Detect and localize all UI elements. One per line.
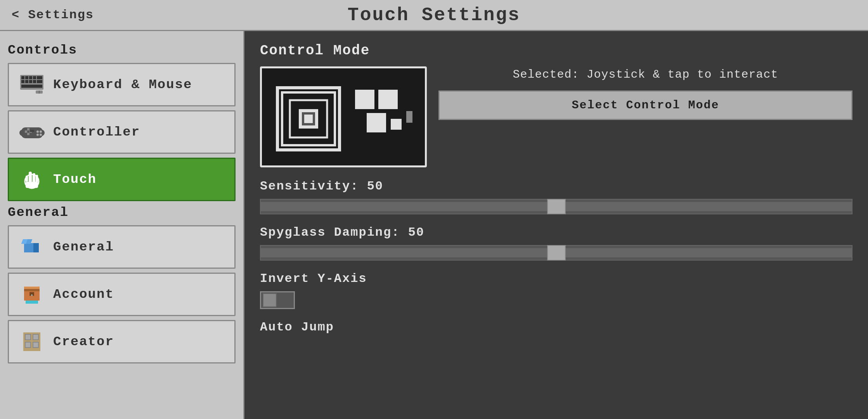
sensitivity-track <box>261 202 852 211</box>
creator-icon <box>18 328 45 355</box>
spyglass-track <box>261 248 852 257</box>
sensitivity-slider[interactable] <box>260 199 852 214</box>
general-section-title: General <box>8 205 236 220</box>
general-label: General <box>53 240 114 254</box>
svg-rect-60 <box>378 90 398 109</box>
spyglass-label: Spyglass Damping: 50 <box>260 225 852 240</box>
svg-rect-3 <box>29 76 32 79</box>
spyglass-thumb[interactable] <box>547 245 566 261</box>
svg-rect-4 <box>33 76 36 79</box>
sidebar-item-creator[interactable]: Creator <box>8 320 236 363</box>
sensitivity-thumb[interactable] <box>547 199 566 214</box>
svg-rect-5 <box>37 76 42 79</box>
control-mode-area: Selected: Joystick & tap to interact Sel… <box>260 66 852 167</box>
sidebar-item-account[interactable]: Account <box>8 273 236 316</box>
control-mode-title: Control Mode <box>260 43 852 59</box>
invert-y-toggle[interactable] <box>260 291 852 309</box>
svg-rect-59 <box>355 90 374 109</box>
svg-rect-58 <box>304 115 313 123</box>
control-mode-preview <box>260 66 427 167</box>
page-title: Touch Settings <box>348 5 520 26</box>
svg-rect-18 <box>27 128 29 130</box>
touch-icon <box>18 166 45 193</box>
svg-rect-42 <box>26 301 38 304</box>
keyboard-label: Keyboard & Mouse <box>53 77 192 92</box>
svg-rect-25 <box>30 130 34 132</box>
svg-rect-23 <box>36 134 39 136</box>
svg-rect-2 <box>25 76 28 79</box>
svg-rect-13 <box>39 90 40 94</box>
auto-jump-setting: Auto Jump <box>260 320 852 334</box>
main-content: Controls <box>0 31 868 419</box>
svg-rect-38 <box>24 289 40 291</box>
svg-rect-21 <box>36 130 39 133</box>
touch-label: Touch <box>53 172 97 187</box>
svg-rect-28 <box>33 173 35 183</box>
select-control-mode-button[interactable]: Select Control Mode <box>438 90 852 120</box>
svg-rect-27 <box>29 172 32 183</box>
controller-icon <box>18 118 45 146</box>
sensitivity-setting: Sensitivity: 50 <box>260 179 852 214</box>
spyglass-slider[interactable] <box>260 245 852 261</box>
invert-y-setting: Invert Y-Axis <box>260 271 852 309</box>
right-panel: Control Mode <box>244 31 868 419</box>
invert-y-label: Invert Y-Axis <box>260 271 852 286</box>
svg-rect-24 <box>40 134 42 136</box>
sidebar-item-controller[interactable]: Controller <box>8 110 236 154</box>
svg-rect-10 <box>37 80 42 83</box>
svg-rect-29 <box>36 175 38 183</box>
svg-rect-61 <box>367 113 386 132</box>
controller-label: Controller <box>53 125 140 139</box>
svg-rect-7 <box>25 80 28 83</box>
toggle-track[interactable] <box>260 291 295 309</box>
toggle-knob <box>263 293 277 307</box>
svg-rect-22 <box>40 130 42 133</box>
svg-rect-41 <box>31 294 33 296</box>
svg-rect-31 <box>26 182 38 188</box>
svg-rect-63 <box>406 111 412 123</box>
svg-rect-51 <box>33 343 38 347</box>
creator-label: Creator <box>53 334 114 349</box>
svg-rect-11 <box>21 85 42 88</box>
sidebar-item-general[interactable]: General <box>8 225 236 269</box>
svg-rect-19 <box>27 133 29 135</box>
svg-rect-30 <box>26 176 28 182</box>
svg-rect-48 <box>26 335 30 339</box>
sidebar: Controls <box>0 31 244 419</box>
account-icon <box>18 281 45 308</box>
sidebar-item-keyboard[interactable]: Keyboard & Mouse <box>8 63 236 106</box>
sidebar-item-touch[interactable]: Touch <box>8 158 236 201</box>
auto-jump-label: Auto Jump <box>260 320 852 334</box>
svg-rect-9 <box>33 80 36 83</box>
control-mode-info: Selected: Joystick & tap to interact Sel… <box>438 66 852 120</box>
svg-rect-6 <box>21 80 24 83</box>
svg-rect-34 <box>33 243 39 252</box>
back-button[interactable]: < Settings <box>12 8 94 22</box>
svg-rect-1 <box>21 76 24 79</box>
svg-rect-17 <box>25 130 27 133</box>
svg-rect-32 <box>24 243 33 252</box>
spyglass-setting: Spyglass Damping: 50 <box>260 225 852 261</box>
keyboard-icon <box>18 71 45 98</box>
general-icon <box>18 233 45 261</box>
selected-mode-label: Selected: Joystick & tap to interact <box>438 66 852 83</box>
svg-rect-8 <box>29 80 32 83</box>
svg-rect-49 <box>33 335 38 339</box>
header: < Settings Touch Settings <box>0 0 868 31</box>
sensitivity-label: Sensitivity: 50 <box>260 179 852 193</box>
svg-rect-50 <box>26 343 30 347</box>
svg-rect-62 <box>391 119 402 130</box>
account-label: Account <box>53 287 114 302</box>
controls-section-title: Controls <box>8 43 236 57</box>
